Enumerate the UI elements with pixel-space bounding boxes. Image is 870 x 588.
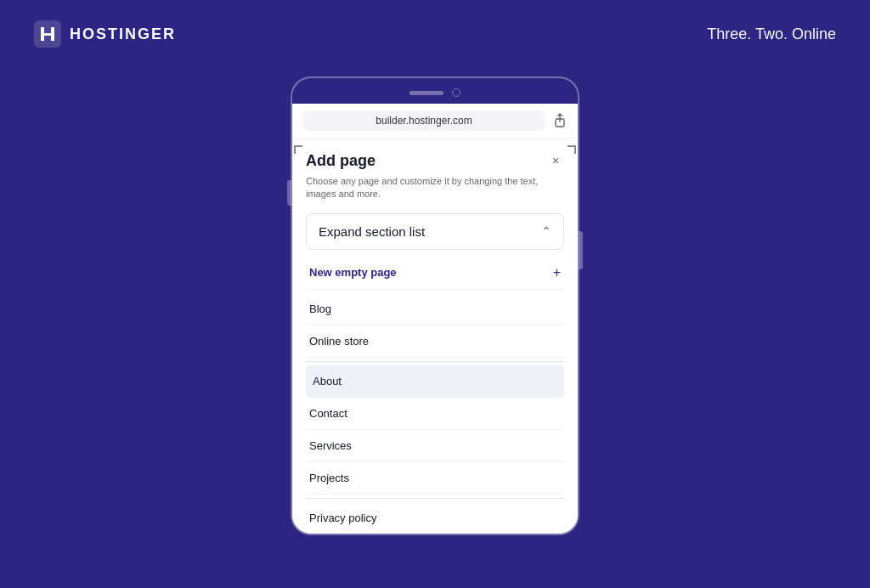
expand-section-label: Expand section list (319, 224, 425, 239)
tablet-camera (452, 88, 460, 97)
header: HOSTINGER Three. Two. Online (0, 0, 870, 68)
chevron-up-icon: ⌃ (541, 224, 551, 238)
side-button-right (579, 231, 583, 269)
divider (306, 361, 564, 362)
list-item[interactable]: Online store (306, 325, 564, 358)
main-content: builder.hostinger.com Add page × (0, 68, 870, 535)
modal-subtitle: Choose any page and customize it by chan… (306, 175, 564, 201)
tablet-frame: builder.hostinger.com Add page × (291, 76, 579, 535)
logo-text: HOSTINGER (70, 25, 176, 43)
share-icon[interactable] (552, 113, 568, 128)
list-item[interactable]: Blog (306, 293, 564, 325)
url-display[interactable]: builder.hostinger.com (302, 110, 545, 131)
corner-tr (568, 145, 576, 154)
corner-tl (294, 145, 302, 154)
list-item[interactable]: Contact (306, 398, 564, 430)
logo: HOSTINGER (34, 20, 176, 48)
side-button-left (287, 180, 291, 206)
modal-title: Add page (306, 152, 376, 170)
modal-area: Add page × Choose any page and customize… (292, 139, 578, 534)
new-empty-page-label: New empty page (309, 266, 397, 279)
close-button[interactable]: × (547, 152, 564, 169)
divider (306, 498, 564, 499)
tablet-top-bar (292, 78, 578, 104)
tagline: Three. Two. Online (707, 25, 836, 43)
expand-section-button[interactable]: Expand section list ⌃ (306, 213, 564, 250)
tablet-pill (410, 91, 443, 95)
list-item[interactable]: About (306, 365, 564, 398)
hostinger-logo-icon (34, 20, 61, 48)
add-page-icon: + (553, 265, 561, 280)
new-empty-page-row[interactable]: New empty page + (306, 257, 564, 290)
list-item[interactable]: Services (306, 430, 564, 462)
list-item[interactable]: Privacy policy (306, 502, 564, 534)
page-list: Blog Online store About Contact (306, 293, 564, 534)
list-item[interactable]: Projects (306, 462, 564, 495)
browser-content: builder.hostinger.com Add page × (292, 104, 578, 534)
modal-header: Add page × (306, 152, 564, 170)
add-page-modal: Add page × Choose any page and customize… (292, 139, 578, 534)
url-bar: builder.hostinger.com (292, 104, 578, 139)
